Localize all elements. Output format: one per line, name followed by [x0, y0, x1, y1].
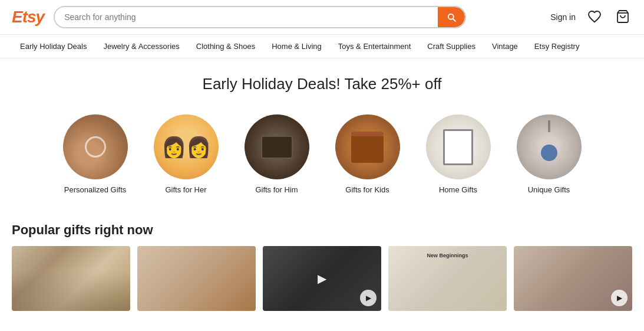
wishlist-button[interactable] [585, 7, 604, 28]
product-image-product-3: ▶ [263, 246, 381, 311]
nav-item-craft-supplies[interactable]: Craft Supplies [419, 35, 484, 58]
category-label-gifts-for-him: Gifts for Him [255, 185, 298, 195]
header-actions: Sign in [550, 7, 632, 28]
play-button-product-5[interactable]: ▶ [611, 290, 628, 306]
hero-section: Early Holiday Deals! Take 25%+ off [0, 58, 644, 103]
nav-item-home-living[interactable]: Home & Living [263, 35, 330, 58]
popular-section: Popular gifts right now ▶▶ [0, 213, 644, 311]
search-input[interactable] [55, 8, 438, 27]
search-button[interactable] [438, 7, 465, 27]
nav-item-etsy-registry[interactable]: Etsy Registry [526, 35, 588, 58]
product-card-product-5[interactable]: ▶ [514, 246, 632, 311]
search-bar [54, 6, 466, 28]
header: Etsy Sign in [0, 0, 644, 35]
category-item-home-gifts[interactable]: Home Gifts [420, 114, 497, 195]
cart-button[interactable] [613, 7, 632, 28]
search-icon [446, 12, 457, 22]
nav-item-toys-entertainment[interactable]: Toys & Entertainment [330, 35, 420, 58]
product-card-product-1[interactable] [12, 246, 130, 311]
category-item-personalized-gifts[interactable]: Personalized Gifts [57, 114, 134, 195]
category-item-unique-gifts[interactable]: Unique Gifts [511, 114, 587, 195]
popular-title: Popular gifts right now [12, 222, 632, 238]
category-label-personalized-gifts: Personalized Gifts [64, 185, 127, 195]
category-label-unique-gifts: Unique Gifts [528, 185, 570, 195]
categories-section: Personalized GiftsGifts for HerGifts for… [0, 103, 644, 213]
product-card-product-3[interactable]: ▶ [263, 246, 381, 311]
nav-item-jewelry-accessories[interactable]: Jewelry & Accessories [95, 35, 187, 58]
category-item-gifts-for-him[interactable]: Gifts for Him [239, 114, 315, 195]
category-item-gifts-for-her[interactable]: Gifts for Her [148, 114, 224, 195]
product-image-product-4 [388, 246, 507, 311]
category-label-gifts-for-kids: Gifts for Kids [345, 185, 389, 195]
navigation: Early Holiday DealsJewelry & Accessories… [0, 35, 644, 58]
product-image-product-1 [12, 246, 130, 311]
product-card-product-4[interactable] [388, 246, 507, 311]
hero-title: Early Holiday Deals! Take 25%+ off [12, 75, 632, 93]
category-label-home-gifts: Home Gifts [439, 185, 477, 195]
nav-item-clothing-shoes[interactable]: Clothing & Shoes [188, 35, 263, 58]
heart-icon [587, 9, 602, 24]
category-item-gifts-for-kids[interactable]: Gifts for Kids [329, 114, 406, 195]
product-image-product-5: ▶ [514, 246, 632, 311]
product-image-product-2 [137, 246, 256, 311]
products-grid: ▶▶ [12, 246, 632, 311]
nav-item-early-holiday-deals[interactable]: Early Holiday Deals [12, 35, 95, 58]
play-button-product-3[interactable]: ▶ [360, 290, 377, 306]
nav-item-vintage[interactable]: Vintage [484, 35, 526, 58]
cart-icon [616, 9, 630, 24]
category-label-gifts-for-her: Gifts for Her [165, 185, 206, 195]
product-card-product-2[interactable] [137, 246, 256, 311]
etsy-logo[interactable]: Etsy [12, 8, 44, 27]
sign-in-link[interactable]: Sign in [550, 12, 576, 22]
